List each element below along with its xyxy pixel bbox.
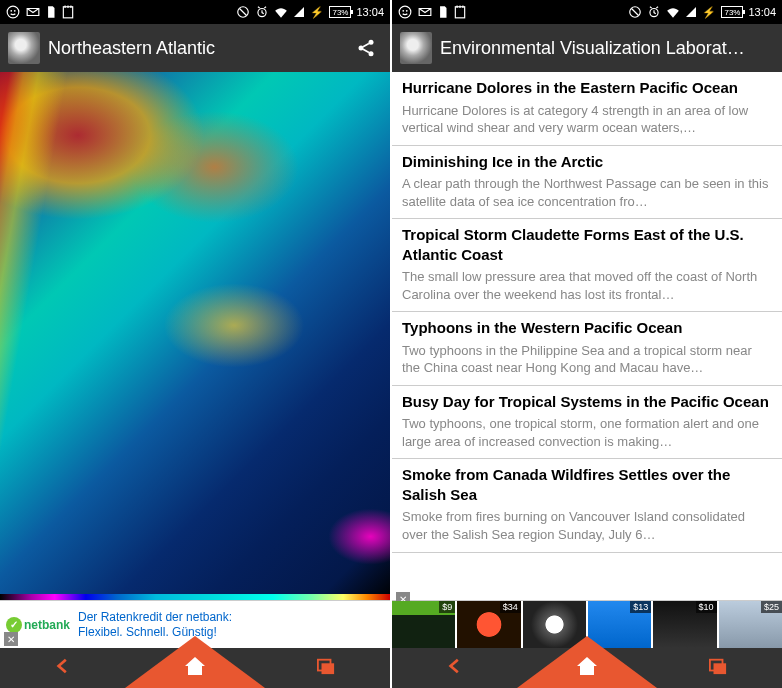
article-title: Typhoons in the Western Pacific Ocean xyxy=(402,318,772,338)
article-snippet: Two typhoons in the Philippine Sea and a… xyxy=(402,342,772,377)
svg-point-8 xyxy=(369,51,374,56)
battery-indicator: 73% xyxy=(329,6,351,18)
article-item[interactable]: Smoke from Canada Wildfires Settles over… xyxy=(392,459,782,552)
article-snippet: Smoke from fires burning on Vancouver Is… xyxy=(402,508,772,543)
article-snippet: Hurricane Dolores is at category 4 stren… xyxy=(402,102,772,137)
share-button[interactable] xyxy=(350,38,382,58)
nav-bar xyxy=(392,648,782,688)
page-title: Northeastern Atlantic xyxy=(48,38,342,59)
product-thumb[interactable]: $25 xyxy=(719,601,782,648)
article-item[interactable]: Hurricane Dolores in the Eastern Pacific… xyxy=(392,72,782,146)
article-snippet: Two typhoons, one tropical storm, one fo… xyxy=(402,415,772,450)
nav-recent-button[interactable] xyxy=(707,657,729,679)
app-icon[interactable] xyxy=(400,32,432,64)
svg-point-13 xyxy=(406,10,408,12)
nav-home-button[interactable] xyxy=(182,654,208,682)
no-sim-icon xyxy=(236,5,250,19)
alarm-icon xyxy=(647,5,661,19)
article-list[interactable]: Hurricane Dolores in the Eastern Pacific… xyxy=(392,72,782,600)
nav-home-button[interactable] xyxy=(574,654,600,682)
article-item[interactable]: Busy Day for Tropical Systems in the Pac… xyxy=(392,386,782,460)
battery-indicator: 73% xyxy=(721,6,743,18)
clock-text: 13:04 xyxy=(356,6,384,18)
screen-right: ⚡ 73% 13:04 Environmental Visualization … xyxy=(392,0,782,688)
nav-back-button[interactable] xyxy=(445,657,467,679)
chevron-left-icon xyxy=(53,657,75,675)
nav-recent-button[interactable] xyxy=(315,657,337,679)
share-icon xyxy=(356,38,376,58)
svg-point-7 xyxy=(359,46,364,51)
article-snippet: A clear path through the Northwest Passa… xyxy=(402,175,772,210)
product-thumb[interactable]: $34 xyxy=(457,601,520,648)
price-badge: $13 xyxy=(630,601,651,613)
recent-apps-icon xyxy=(707,657,729,675)
charge-icon: ⚡ xyxy=(310,6,324,19)
price-badge: $25 xyxy=(761,601,782,613)
app-bar: Environmental Visualization Laborat… xyxy=(392,24,782,72)
app-bar: Northeastern Atlantic xyxy=(0,24,390,72)
page-title: Environmental Visualization Laborat… xyxy=(440,38,774,59)
note-icon xyxy=(454,5,466,19)
status-bar: ⚡ 73% 13:04 xyxy=(392,0,782,24)
nav-back-button[interactable] xyxy=(53,657,75,679)
article-title: Tropical Storm Claudette Forms East of t… xyxy=(402,225,772,264)
svg-rect-18 xyxy=(713,663,726,674)
ad-text: Der Ratenkredit der netbank: Flexibel. S… xyxy=(78,610,232,639)
ad-close-button[interactable]: ✕ xyxy=(4,632,18,646)
article-title: Busy Day for Tropical Systems in the Pac… xyxy=(402,392,772,412)
article-item[interactable]: Typhoons in the Western Pacific Ocean Tw… xyxy=(392,312,782,386)
svg-point-0 xyxy=(7,6,19,18)
svg-point-11 xyxy=(399,6,411,18)
svg-point-6 xyxy=(369,40,374,45)
svg-point-2 xyxy=(14,10,16,12)
wifi-icon xyxy=(274,6,288,18)
satellite-image[interactable] xyxy=(0,72,390,600)
signal-icon xyxy=(293,6,305,18)
face-icon xyxy=(6,5,20,19)
no-sim-icon xyxy=(628,5,642,19)
face-icon xyxy=(398,5,412,19)
article-title: Hurricane Dolores in the Eastern Pacific… xyxy=(402,78,772,98)
svg-point-12 xyxy=(402,10,404,12)
product-thumb[interactable]: $10 xyxy=(653,601,716,648)
clock-text: 13:04 xyxy=(748,6,776,18)
svg-rect-14 xyxy=(455,7,464,18)
ad-logo: netbank xyxy=(6,617,70,633)
note-icon xyxy=(62,5,74,19)
charge-icon: ⚡ xyxy=(702,6,716,19)
nav-bar xyxy=(0,648,390,688)
article-snippet: The small low pressure area that moved o… xyxy=(402,268,772,303)
recent-apps-icon xyxy=(315,657,337,675)
svg-rect-3 xyxy=(63,7,72,18)
app-icon[interactable] xyxy=(8,32,40,64)
sd-icon xyxy=(438,5,448,19)
screen-left: ⚡ 73% 13:04 Northeastern Atlantic netban… xyxy=(0,0,390,688)
home-icon xyxy=(182,654,208,678)
color-legend xyxy=(0,594,390,600)
article-title: Smoke from Canada Wildfires Settles over… xyxy=(402,465,772,504)
mail-icon xyxy=(26,5,40,19)
sd-icon xyxy=(46,5,56,19)
chevron-left-icon xyxy=(445,657,467,675)
mail-icon xyxy=(418,5,432,19)
price-badge: $34 xyxy=(500,601,521,613)
product-thumb[interactable]: $9 xyxy=(392,601,455,648)
article-title: Diminishing Ice in the Arctic xyxy=(402,152,772,172)
price-badge: $9 xyxy=(439,601,455,613)
svg-point-1 xyxy=(10,10,12,12)
article-item[interactable]: Tropical Storm Claudette Forms East of t… xyxy=(392,219,782,312)
status-bar: ⚡ 73% 13:04 xyxy=(0,0,390,24)
signal-icon xyxy=(685,6,697,18)
article-item[interactable]: Diminishing Ice in the Arctic A clear pa… xyxy=(392,146,782,220)
wifi-icon xyxy=(666,6,680,18)
price-badge: $10 xyxy=(696,601,717,613)
home-icon xyxy=(574,654,600,678)
svg-rect-10 xyxy=(321,663,334,674)
alarm-icon xyxy=(255,5,269,19)
